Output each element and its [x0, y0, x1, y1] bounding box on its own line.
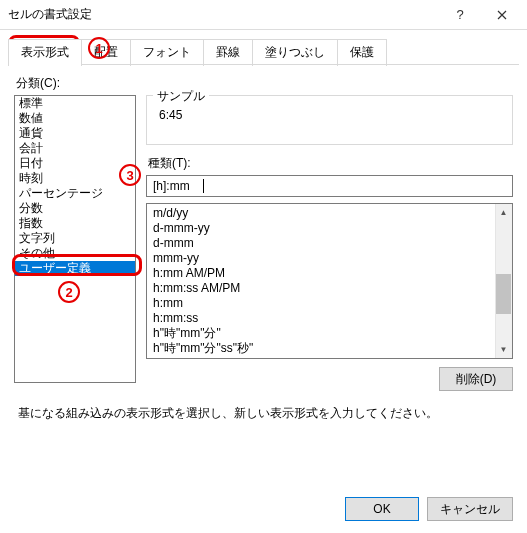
category-item[interactable]: 標準 [15, 96, 135, 111]
category-listbox[interactable]: 標準数値通貨会計日付時刻パーセンテージ分数指数文字列その他ユーザー定義 [14, 95, 136, 383]
category-item[interactable]: 会計 [15, 141, 135, 156]
tab-alignment[interactable]: 配置 [81, 39, 131, 66]
ok-button[interactable]: OK [345, 497, 419, 521]
tab-font[interactable]: フォント [130, 39, 204, 66]
tab-border[interactable]: 罫線 [203, 39, 253, 66]
category-item[interactable]: 指数 [15, 216, 135, 231]
type-option[interactable]: d-mmm [147, 236, 512, 251]
scroll-down-icon[interactable]: ▼ [495, 341, 512, 358]
sample-box: サンプル 6:45 [146, 95, 513, 145]
type-option[interactable]: mmm-yy [147, 251, 512, 266]
dialog-buttons: OK キャンセル [345, 497, 513, 521]
category-item[interactable]: 分数 [15, 201, 135, 216]
sample-label: サンプル [153, 88, 209, 105]
type-option[interactable]: h"時"mm"分" [147, 326, 512, 341]
panel: 分類(C): 標準数値通貨会計日付時刻パーセンテージ分数指数文字列その他ユーザー… [0, 65, 527, 434]
close-icon [497, 10, 507, 20]
category-item[interactable]: 日付 [15, 156, 135, 171]
type-option[interactable]: d-mmm-yy [147, 221, 512, 236]
window-title: セルの書式設定 [8, 6, 439, 23]
type-option[interactable]: h:mm:ss AM/PM [147, 281, 512, 296]
type-option[interactable]: h"時"mm"分"ss"秒" [147, 341, 512, 356]
category-item[interactable]: ユーザー定義 [15, 261, 135, 276]
delete-button[interactable]: 削除(D) [439, 367, 513, 391]
type-label: 種類(T): [148, 155, 513, 172]
type-option[interactable]: h:mm AM/PM [147, 266, 512, 281]
category-item[interactable]: パーセンテージ [15, 186, 135, 201]
type-option[interactable]: yyyy/m/d h:mm [147, 356, 512, 359]
scrollbar[interactable]: ▲ ▼ [495, 204, 512, 358]
cancel-button[interactable]: キャンセル [427, 497, 513, 521]
type-option[interactable]: h:mm:ss [147, 311, 512, 326]
tab-display-format[interactable]: 表示形式 [8, 39, 82, 66]
sample-value: 6:45 [159, 108, 504, 122]
tab-fill[interactable]: 塗りつぶし [252, 39, 338, 66]
type-option[interactable]: m/d/yy [147, 206, 512, 221]
type-option[interactable]: h:mm [147, 296, 512, 311]
titlebar: セルの書式設定 ? [0, 0, 527, 30]
category-item[interactable]: 数値 [15, 111, 135, 126]
close-button[interactable] [481, 1, 523, 29]
hint-text: 基になる組み込みの表示形式を選択し、新しい表示形式を入力してください。 [18, 405, 509, 422]
category-item[interactable]: その他 [15, 246, 135, 261]
category-item[interactable]: 時刻 [15, 171, 135, 186]
type-listbox[interactable]: m/d/yyd-mmm-yyd-mmmmmm-yyh:mm AM/PMh:mm:… [146, 203, 513, 359]
type-input-wrap[interactable] [146, 175, 513, 197]
category-item[interactable]: 通貨 [15, 126, 135, 141]
tab-protection[interactable]: 保護 [337, 39, 387, 66]
type-input[interactable] [153, 179, 506, 193]
category-label: 分類(C): [16, 75, 513, 92]
tab-strip: 表示形式 配置 フォント 罫線 塗りつぶし 保護 [0, 30, 527, 65]
category-item[interactable]: 文字列 [15, 231, 135, 246]
scroll-up-icon[interactable]: ▲ [495, 204, 512, 221]
scroll-thumb[interactable] [496, 274, 511, 314]
help-button[interactable]: ? [439, 1, 481, 29]
